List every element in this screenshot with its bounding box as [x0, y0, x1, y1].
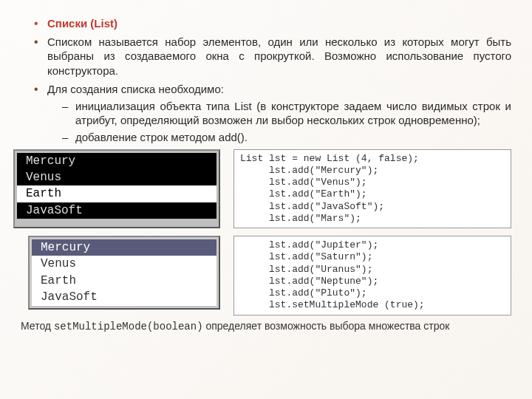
footnote-code: setMultipleMode(boolean) [54, 321, 203, 332]
sub-bullet-2: добавление строк методом add(). [62, 130, 511, 144]
example-row-1: MercuryVenusEarthJavaSoft List lst = new… [13, 149, 511, 229]
footnote: Метод setMultipleMode(boolean) определяе… [21, 320, 511, 334]
list-item[interactable]: JavaSoft [32, 289, 216, 305]
listbox-light[interactable]: MercuryVenusEarthJavaSoft [28, 236, 220, 310]
heading-paren: List) [94, 17, 117, 30]
heading-text: Списки (List) [47, 17, 117, 30]
list-item[interactable]: Mercury [17, 153, 216, 169]
sub-bullet-1: инициализация объекта типа List (в конст… [62, 99, 511, 127]
sub-bullet-list: инициализация объекта типа List (в конст… [47, 99, 511, 145]
code-snippet-1: List lst = new List (4, false); lst.add(… [233, 149, 511, 229]
bullet-paragraph: Списком называется набор элементов, один… [34, 35, 511, 78]
example-row-2: MercuryVenusEarthJavaSoft lst.add("Jupit… [28, 236, 511, 316]
heading-word: Списки ( [47, 17, 94, 30]
bullet-intro: Для создания списка необходимо: инициали… [34, 82, 511, 145]
list-item[interactable]: Mercury [32, 239, 216, 256]
list-item[interactable]: Venus [17, 169, 216, 185]
listbox-dark[interactable]: MercuryVenusEarthJavaSoft [13, 149, 220, 229]
footnote-prefix: Метод [21, 320, 54, 332]
bullet-intro-text: Для создания списка необходимо: [47, 83, 224, 95]
list-item[interactable]: Venus [32, 256, 216, 272]
list-item[interactable]: Earth [17, 185, 216, 202]
code-snippet-2: lst.add("Jupiter"); lst.add("Saturn"); l… [233, 236, 511, 316]
bullet-list: Списки (List) Списком называется набор э… [21, 16, 511, 145]
list-item[interactable]: Earth [32, 273, 216, 289]
bullet-heading: Списки (List) [34, 16, 511, 30]
list-item[interactable]: JavaSoft [17, 202, 216, 219]
footnote-suffix: определяет возможность выбора множества … [203, 320, 450, 332]
